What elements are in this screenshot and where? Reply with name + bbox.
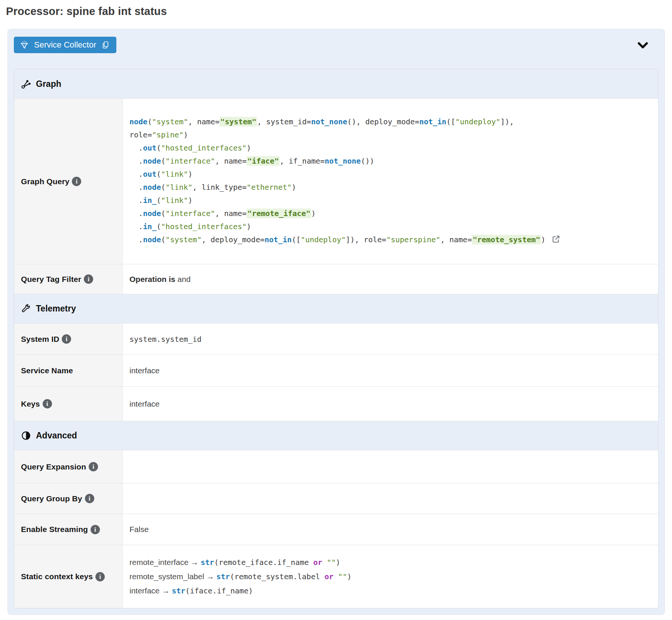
section-header-advanced: Advanced [14, 421, 658, 450]
info-icon[interactable]: i [84, 274, 93, 284]
query-group-by-value [123, 483, 658, 514]
keys-value: interface [123, 387, 658, 421]
contrast-icon [21, 431, 31, 441]
service-name-label-cell: Service Name [14, 355, 123, 386]
info-icon[interactable]: i [43, 399, 52, 408]
info-icon[interactable]: i [85, 494, 94, 503]
query-expansion-label-cell: Query Expansion i [14, 450, 123, 483]
row-enable-streaming: Enable Streaming i False [14, 514, 658, 545]
row-graph-query: Graph Query i node("system", name="syste… [14, 98, 658, 264]
page-title: Processor: spine fab int status [6, 5, 665, 18]
row-keys: Keys i interface [14, 386, 658, 421]
graph-query-label: Graph Query [21, 177, 69, 186]
enable-streaming-label-cell: Enable Streaming i [14, 514, 123, 545]
static-context-keys-label-cell: Static context keys i [14, 545, 123, 608]
funnel-icon [19, 40, 29, 50]
query-tag-filter-label-cell: Query Tag Filter i [14, 264, 123, 294]
row-query-expansion: Query Expansion i [14, 450, 658, 483]
row-query-group-by: Query Group By i [14, 483, 658, 514]
copy-icon[interactable] [101, 40, 110, 49]
static-context-keys-label: Static context keys [21, 572, 93, 581]
info-icon[interactable]: i [62, 334, 71, 344]
system-id-label-cell: System ID i [14, 323, 123, 355]
section-title-graph: Graph [36, 79, 61, 89]
query-tag-filter-label: Query Tag Filter [21, 275, 81, 284]
service-collector-label: Service Collector [34, 40, 96, 50]
graph-query-value-cell: node("system", name="system", system_id=… [123, 99, 658, 264]
section-header-telemetry: Telemetry [14, 294, 658, 323]
static-context-keys-lines: remote_interface → str(remote_iface.if_n… [129, 555, 352, 598]
system-id-value: system.system_id [123, 323, 658, 355]
query-group-by-label-cell: Query Group By i [14, 483, 123, 514]
info-icon[interactable]: i [91, 525, 100, 534]
service-collector-button[interactable]: Service Collector [14, 37, 116, 53]
info-icon[interactable]: i [89, 462, 98, 471]
keys-label: Keys [21, 399, 40, 408]
operation-label: Operation is [129, 275, 175, 283]
enable-streaming-value: False [123, 514, 658, 545]
row-static-context-keys: Static context keys i remote_interface →… [14, 545, 658, 608]
service-name-label: Service Name [21, 366, 73, 375]
operation-value: and [175, 275, 191, 283]
service-name-value: interface [123, 355, 658, 386]
graph-query-label-cell: Graph Query i [14, 99, 123, 264]
keys-label-cell: Keys i [14, 387, 123, 421]
query-expansion-value [123, 450, 658, 483]
static-context-keys-value-cell: remote_interface → str(remote_iface.if_n… [123, 545, 658, 608]
query-expansion-label: Query Expansion [21, 462, 86, 471]
chevron-down-icon [636, 46, 650, 52]
wrench-icon [21, 304, 31, 314]
graph-nodes-icon [21, 79, 31, 89]
section-header-graph: Graph [14, 69, 658, 98]
service-collector-panel: Service Collector [7, 29, 665, 615]
external-link-icon[interactable] [552, 235, 560, 248]
info-icon[interactable]: i [72, 177, 81, 186]
query-tag-filter-value: Operation is and [123, 264, 658, 294]
info-icon[interactable]: i [95, 572, 105, 581]
system-id-label: System ID [21, 335, 59, 344]
row-system-id: System ID i system.system_id [14, 323, 658, 355]
section-title-advanced: Advanced [36, 431, 77, 441]
query-group-by-label: Query Group By [21, 494, 82, 503]
collector-table: Graph Graph Query i node("system", name=… [14, 69, 659, 608]
graph-query-code: node("system", name="system", system_id=… [129, 115, 560, 248]
row-service-name: Service Name interface [14, 355, 658, 386]
section-title-telemetry: Telemetry [36, 304, 76, 314]
enable-streaming-label: Enable Streaming [21, 525, 88, 534]
row-query-tag-filter: Query Tag Filter i Operation is and [14, 264, 658, 294]
collapse-panel-button[interactable] [635, 38, 651, 54]
